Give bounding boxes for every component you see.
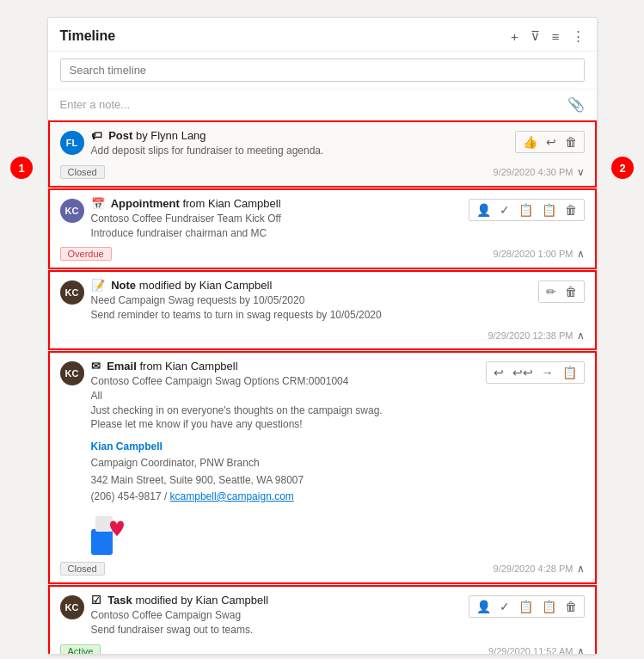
- post-title-suffix: by Flynn Lang: [136, 129, 206, 142]
- more-icon[interactable]: ⋮: [572, 28, 585, 44]
- task-item-content: ☑ Task modified by Kian Campbell Contoso…: [91, 594, 269, 641]
- post-expand-icon[interactable]: ∨: [577, 166, 585, 178]
- edit-note-button[interactable]: ✏: [544, 284, 558, 299]
- note-item-content: 📝 Note modified by Kian Campbell Need Ca…: [91, 279, 382, 326]
- convert-task1-button[interactable]: 📋: [517, 599, 535, 614]
- note-body: Need Campaign Swag requests by 10/05/202…: [91, 293, 382, 323]
- svg-rect-0: [91, 529, 113, 555]
- appt-title-suffix: from Kian Campbell: [182, 197, 280, 210]
- email-item-left: KC ✉ Email from Kian Campbell Contoso Co…: [60, 360, 479, 558]
- avatar-kc-task: KC: [60, 595, 84, 619]
- note-placeholder: Enter a note...: [60, 98, 131, 111]
- svg-rect-1: [95, 516, 113, 532]
- header-icons: + ⊽ ≡ ⋮: [511, 28, 585, 44]
- task-footer: Active 9/29/2020 11:52 AM ∧: [60, 644, 585, 654]
- email-image: [91, 512, 383, 558]
- email-timestamp: 9/29/2020 4:28 PM ∧: [494, 563, 585, 575]
- avatar-kc-appt: KC: [60, 199, 84, 223]
- email-expand-icon[interactable]: ∧: [577, 563, 585, 575]
- sig-email-link[interactable]: kcampbell@campaign.com: [170, 490, 294, 502]
- convert1-button[interactable]: 📋: [517, 202, 535, 218]
- email-signature: Kian Campbell Campaign Coordinator, PNW …: [91, 439, 383, 505]
- post-item-content: 🏷 Post by Flynn Lang Add deposit slips f…: [91, 129, 324, 162]
- note-actions: ✏ 🗑: [538, 280, 585, 303]
- sort-icon[interactable]: ≡: [552, 29, 560, 44]
- appt-item-left: KC 📅 Appointment from Kian Campbell Cont…: [60, 197, 462, 244]
- sig-phone-email: (206) 454-9817 / kcampbell@campaign.com: [91, 489, 383, 505]
- appt-body: Contoso Coffee Fundraiser Team Kick OffI…: [91, 212, 281, 241]
- delete-button[interactable]: 🗑: [563, 134, 579, 150]
- filter-icon[interactable]: ⊽: [531, 28, 540, 44]
- annotation-2: 2: [611, 157, 634, 179]
- note-item-left: KC 📝 Note modified by Kian Campbell Need…: [60, 279, 531, 326]
- complete-button[interactable]: ✓: [498, 202, 512, 218]
- post-item-header: FL 🏷 Post by Flynn Lang Add deposit slip…: [60, 129, 585, 162]
- email-title-suffix: from Kian Campbell: [139, 360, 237, 373]
- timeline-panel: Timeline + ⊽ ≡ ⋮ Enter a note... 📎: [47, 17, 598, 655]
- task-item-left: KC ☑ Task modified by Kian Campbell Cont…: [60, 594, 462, 641]
- avatar-fl: FL: [60, 131, 84, 155]
- task-title-suffix: modified by Kian Campbell: [135, 594, 268, 607]
- email-body: Contoso Coffee Campaign Swag Options CRM…: [91, 374, 383, 432]
- appt-item-header: KC 📅 Appointment from Kian Campbell Cont…: [60, 197, 585, 244]
- timeline-item-post: FL 🏷 Post by Flynn Lang Add deposit slip…: [48, 120, 597, 188]
- email-icon: ✉: [91, 360, 101, 373]
- timeline-item-appointment: KC 📅 Appointment from Kian Campbell Cont…: [48, 188, 597, 271]
- sig-name: Kian Campbell: [91, 439, 383, 455]
- timeline-items: FL 🏷 Post by Flynn Lang Add deposit slip…: [48, 120, 597, 654]
- note-title-suffix: modified by Kian Campbell: [139, 279, 273, 292]
- post-footer: Closed 9/29/2020 4:30 PM ∨: [60, 165, 585, 179]
- post-icon: 🏷: [91, 129, 102, 142]
- post-item-left: FL 🏷 Post by Flynn Lang Add deposit slip…: [60, 129, 508, 162]
- post-item-title: 🏷 Post by Flynn Lang: [91, 129, 324, 142]
- forward-button[interactable]: →: [540, 365, 555, 380]
- add-icon[interactable]: +: [511, 29, 518, 44]
- note-footer: 9/29/2020 12:38 PM ∧: [60, 330, 585, 342]
- convert-email-button[interactable]: 📋: [561, 365, 579, 380]
- avatar-kc-email: KC: [60, 361, 84, 385]
- appt-item-title: 📅 Appointment from Kian Campbell: [91, 197, 281, 210]
- outer-wrapper: 1 2 Timeline + ⊽ ≡ ⋮ Enter a note... 📎: [9, 9, 635, 655]
- email-item-content: ✉ Email from Kian Campbell Contoso Coffe…: [91, 360, 383, 558]
- task-expand-icon[interactable]: ∧: [577, 645, 585, 654]
- assign-button[interactable]: 👤: [475, 202, 493, 218]
- note-expand-icon[interactable]: ∧: [577, 330, 585, 342]
- reply-email-button[interactable]: ↩: [492, 365, 506, 380]
- panel-header: Timeline + ⊽ ≡ ⋮: [48, 18, 597, 52]
- appt-timestamp: 9/28/2020 1:00 PM ∧: [494, 248, 585, 260]
- delete-task-button[interactable]: 🗑: [563, 599, 579, 614]
- reply-button[interactable]: ↩: [544, 134, 558, 150]
- email-item-title: ✉ Email from Kian Campbell: [91, 360, 383, 373]
- email-item-header: KC ✉ Email from Kian Campbell Contoso Co…: [60, 360, 585, 558]
- avatar-kc-note: KC: [60, 280, 84, 305]
- appt-item-content: 📅 Appointment from Kian Campbell Contoso…: [91, 197, 281, 244]
- task-item-title: ☑ Task modified by Kian Campbell: [91, 594, 269, 607]
- task-title-main: Task: [107, 594, 132, 607]
- appt-title-main: Appointment: [111, 197, 180, 210]
- reply-all-button[interactable]: ↩↩: [511, 365, 535, 380]
- post-title-main: Post: [108, 129, 132, 142]
- email-status-badge: Closed: [60, 562, 105, 576]
- task-timestamp: 9/29/2020 11:52 AM ∧: [488, 645, 584, 654]
- convert-task2-button[interactable]: 📋: [540, 599, 558, 614]
- delete-note-button[interactable]: 🗑: [563, 284, 579, 299]
- delete-appt-button[interactable]: 🗑: [563, 202, 579, 218]
- assign-task-button[interactable]: 👤: [475, 599, 493, 614]
- task-icon: ☑: [91, 594, 101, 607]
- post-body: Add deposit slips for fundraiser to meet…: [91, 144, 324, 158]
- attachment-icon[interactable]: 📎: [567, 96, 585, 113]
- complete-task-button[interactable]: ✓: [498, 599, 512, 614]
- thumbsup-button[interactable]: 👍: [521, 134, 539, 150]
- appt-icon: 📅: [91, 197, 105, 210]
- timeline-item-note: KC 📝 Note modified by Kian Campbell Need…: [48, 270, 597, 351]
- appt-expand-icon[interactable]: ∧: [577, 248, 585, 260]
- convert2-button[interactable]: 📋: [540, 202, 558, 218]
- search-input[interactable]: [60, 59, 585, 82]
- annotation-1: 1: [10, 157, 33, 179]
- timeline-item-email: KC ✉ Email from Kian Campbell Contoso Co…: [48, 351, 597, 585]
- post-timestamp: 9/29/2020 4:30 PM ∨: [494, 166, 585, 178]
- task-item-header: KC ☑ Task modified by Kian Campbell Cont…: [60, 594, 585, 641]
- note-item-header: KC 📝 Note modified by Kian Campbell Need…: [60, 279, 585, 326]
- note-icon: 📝: [91, 279, 105, 292]
- appt-footer: Overdue 9/28/2020 1:00 PM ∧: [60, 247, 585, 261]
